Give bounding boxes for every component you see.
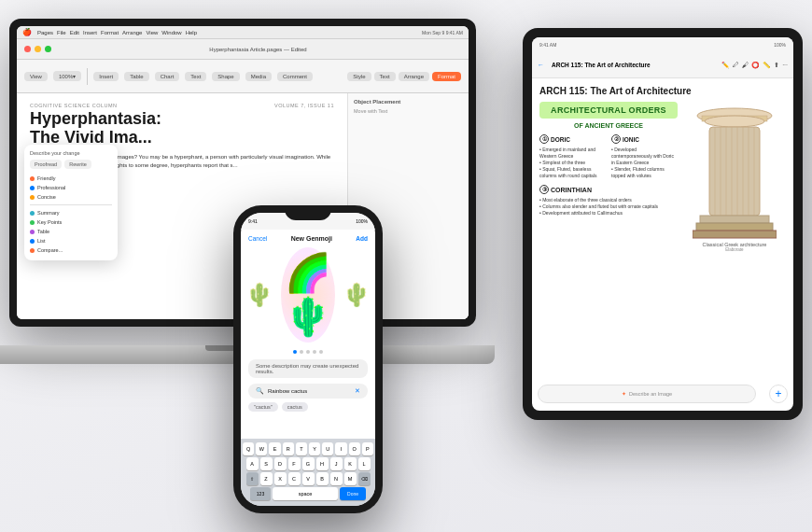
- ai-option-summary[interactable]: Summary: [30, 208, 112, 217]
- menu-insert[interactable]: Insert: [83, 30, 97, 35]
- iphone: 9:41 100% Cancel New Genmoji Add 🌵 🌈🌵 🌵: [233, 205, 383, 513]
- toolbar-media[interactable]: Media: [245, 72, 272, 81]
- key-G[interactable]: G: [302, 457, 315, 470]
- ai-writing-panel[interactable]: Describe your change Proofread Rewrite F…: [24, 145, 118, 260]
- emoji-dot-3[interactable]: [306, 350, 310, 354]
- key-U[interactable]: U: [322, 442, 333, 455]
- key-X[interactable]: X: [274, 472, 287, 485]
- pen-icon[interactable]: 🖊: [733, 62, 739, 69]
- svg-rect-12: [700, 216, 769, 223]
- minimize-button[interactable]: [35, 46, 41, 52]
- apple-logo: 🍎: [22, 28, 32, 36]
- key-numbers[interactable]: 123: [250, 487, 271, 500]
- share-icon[interactable]: ⬆: [774, 62, 779, 69]
- ai-option-concise[interactable]: Concise: [30, 192, 112, 202]
- toolbar-style[interactable]: Style: [347, 72, 371, 81]
- key-B[interactable]: B: [316, 472, 329, 485]
- key-N[interactable]: N: [330, 472, 343, 485]
- emoji-variant-2[interactable]: 🌵: [343, 282, 371, 308]
- key-V[interactable]: V: [302, 472, 315, 485]
- key-W[interactable]: W: [256, 442, 267, 455]
- menu-file[interactable]: File: [57, 30, 66, 35]
- emoji-main[interactable]: 🌈🌵: [281, 247, 335, 343]
- emoji-dot-2[interactable]: [300, 350, 303, 354]
- ai-rewrite-btn[interactable]: Rewrite: [64, 160, 91, 169]
- key-S[interactable]: S: [260, 457, 273, 470]
- key-L[interactable]: L: [358, 457, 371, 470]
- key-H[interactable]: H: [316, 457, 329, 470]
- iphone-screen: 9:41 100% Cancel New Genmoji Add 🌵 🌈🌵 🌵: [241, 213, 375, 506]
- key-K[interactable]: K: [344, 457, 357, 470]
- close-button[interactable]: [24, 46, 31, 52]
- key-F[interactable]: F: [288, 457, 301, 470]
- describe-image-btn[interactable]: ✦ Describe an Image: [538, 385, 756, 403]
- iphone-cancel-btn[interactable]: Cancel: [248, 235, 267, 242]
- toolbar-zoom[interactable]: 100%▾: [53, 71, 81, 81]
- search-clear-icon[interactable]: ✕: [355, 387, 360, 395]
- toolbar-shape[interactable]: Shape: [212, 72, 239, 81]
- iphone-add-btn[interactable]: Add: [356, 235, 368, 242]
- pencil-icon[interactable]: ✏️: [721, 62, 730, 69]
- toolbar-view[interactable]: View: [24, 72, 48, 81]
- key-T[interactable]: T: [296, 442, 307, 455]
- suggestion-2[interactable]: cactus: [282, 402, 308, 412]
- toolbar-text-format[interactable]: Text: [374, 72, 396, 81]
- menu-pages[interactable]: Pages: [37, 30, 53, 35]
- toolbar-table[interactable]: Table: [124, 72, 148, 81]
- key-spacebar[interactable]: space: [273, 487, 338, 500]
- describe-plus-btn[interactable]: +: [769, 385, 788, 403]
- ai-option-keypoints[interactable]: Key Points: [30, 217, 112, 227]
- emoji-dot-5[interactable]: [319, 350, 323, 354]
- menu-edit[interactable]: Edit: [70, 30, 79, 35]
- ai-option-professional[interactable]: Professional: [30, 183, 112, 192]
- menu-arrange[interactable]: Arrange: [122, 30, 142, 35]
- menu-window[interactable]: Window: [161, 30, 181, 35]
- iphone-genmoji-title: New Genmoji: [291, 235, 332, 242]
- marker-icon[interactable]: 🖌: [742, 62, 749, 69]
- svg-rect-14: [693, 231, 777, 238]
- fullscreen-button[interactable]: [45, 46, 51, 52]
- menu-help[interactable]: Help: [186, 30, 197, 35]
- menu-format[interactable]: Format: [101, 30, 119, 35]
- key-A[interactable]: A: [246, 457, 259, 470]
- key-Z[interactable]: Z: [260, 472, 273, 485]
- toolbar-insert[interactable]: Insert: [93, 72, 119, 81]
- ai-option-friendly[interactable]: Friendly: [30, 174, 112, 183]
- emoji-dot-1[interactable]: [293, 350, 297, 354]
- menu-view[interactable]: View: [146, 30, 158, 35]
- ai-option-compare[interactable]: Compare...: [30, 245, 112, 255]
- suggestion-1[interactable]: "cactus": [248, 402, 278, 412]
- key-done[interactable]: Done: [340, 487, 366, 500]
- ai-option-list[interactable]: List: [30, 236, 112, 245]
- toolbar-comment[interactable]: Comment: [277, 72, 313, 81]
- emoji-search-bar[interactable]: Rainbow cactus ✕: [248, 384, 368, 399]
- toolbar-arrange[interactable]: Arrange: [399, 72, 429, 81]
- ruler-icon[interactable]: 📏: [763, 62, 771, 69]
- key-D[interactable]: D: [274, 457, 287, 470]
- key-I[interactable]: I: [335, 442, 346, 455]
- key-Q[interactable]: Q: [243, 442, 254, 455]
- key-Y[interactable]: Y: [309, 442, 320, 455]
- ai-option-table[interactable]: Table: [30, 227, 112, 236]
- ipad-back-btn[interactable]: ←: [538, 62, 544, 68]
- key-M[interactable]: M: [344, 472, 357, 485]
- key-backspace[interactable]: ⌫: [358, 472, 371, 485]
- pages-titlebar: Hyperphantasia Article.pages — Edited: [17, 39, 469, 60]
- emoji-dot-4[interactable]: [313, 350, 316, 354]
- toolbar-chart[interactable]: Chart: [155, 72, 180, 81]
- key-C[interactable]: C: [288, 472, 301, 485]
- emoji-search-value: Rainbow cactus: [268, 388, 307, 394]
- ai-proofread-btn[interactable]: Proofread: [30, 160, 62, 169]
- key-P[interactable]: P: [362, 442, 373, 455]
- key-J[interactable]: J: [330, 457, 343, 470]
- more-icon[interactable]: ···: [782, 62, 788, 69]
- keyboard-row-2: A S D F G H J K L: [243, 457, 373, 470]
- toolbar-format-orange[interactable]: Format: [432, 72, 461, 81]
- key-E[interactable]: E: [269, 442, 280, 455]
- emoji-variant-1[interactable]: 🌵: [245, 282, 273, 308]
- toolbar-text[interactable]: Text: [185, 72, 206, 81]
- lasso-icon[interactable]: ⭕: [751, 62, 760, 69]
- key-O[interactable]: O: [349, 442, 360, 455]
- key-shift[interactable]: ⇧: [246, 472, 259, 485]
- key-R[interactable]: R: [283, 442, 294, 455]
